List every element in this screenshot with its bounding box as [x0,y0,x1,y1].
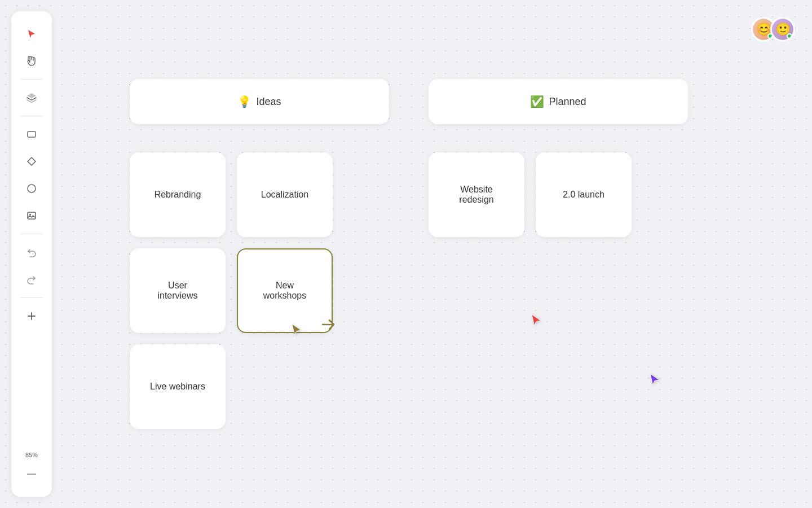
image-tool[interactable] [20,204,43,227]
layers-tool[interactable] [20,86,43,109]
new-workshops-label: New workshops [263,281,306,301]
main-canvas: 💡 Ideas ✅ Planned Rebranding Localizatio… [62,0,812,508]
sidebar: 85% [11,11,52,497]
undo-tool[interactable] [20,241,43,264]
card-website-redesign[interactable]: Website redesign [429,152,524,237]
card-launch[interactable]: 2.0 launch [536,152,632,237]
user-interviews-label: User interviews [157,281,197,301]
avatar-group: 😊 🙂 [751,17,795,42]
hand-tool[interactable] [20,50,43,72]
avatar-user2[interactable]: 🙂 [770,17,795,42]
ideas-label: Ideas [256,96,281,108]
cursor-purple [648,373,661,389]
rectangle-tool[interactable] [20,123,43,146]
cursor-olive [290,323,303,340]
diamond-tool[interactable] [20,150,43,173]
add-tool[interactable] [20,305,43,327]
svg-rect-2 [28,212,36,219]
card-rebranding[interactable]: Rebranding [130,152,226,237]
card-live-webinars[interactable]: Live webinars [130,344,226,429]
card-user-interviews[interactable]: User interviews [130,248,226,333]
rebranding-label: Rebranding [155,190,201,200]
planned-icon: ✅ [530,95,544,108]
online-indicator-2 [787,33,792,39]
ideas-icon: 💡 [237,95,251,108]
card-ideas-header[interactable]: 💡 Ideas [130,79,389,124]
divider-4 [20,297,43,298]
redo-tool[interactable] [20,268,43,291]
launch-label: 2.0 launch [563,190,604,200]
divider-1 [20,79,43,80]
website-redesign-label: Website redesign [459,185,493,205]
circle-tool[interactable] [20,177,43,200]
zoom-out-tool[interactable] [20,463,43,485]
localization-label: Localization [261,190,309,200]
svg-rect-0 [28,132,36,137]
select-tool[interactable] [20,23,43,45]
workshops-arrow [321,318,337,333]
divider-3 [20,234,43,234]
divider-2 [20,116,43,116]
card-localization[interactable]: Localization [237,152,333,237]
card-planned-header[interactable]: ✅ Planned [429,79,688,124]
planned-label: Planned [549,96,586,108]
svg-point-3 [29,214,31,216]
zoom-level: 85% [25,452,38,458]
card-new-workshops[interactable]: New workshops [237,248,333,333]
svg-point-1 [28,185,36,192]
live-webinars-label: Live webinars [150,382,205,392]
